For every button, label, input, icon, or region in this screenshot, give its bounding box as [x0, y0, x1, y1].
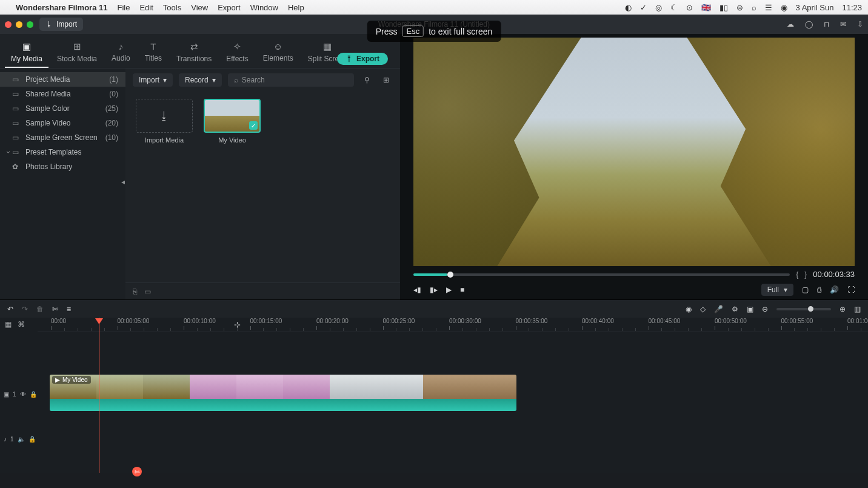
timeline-mode-icon[interactable]: ▦ — [5, 320, 12, 329]
timeline-clip[interactable]: ▶My Video — [50, 375, 516, 411]
split-icon[interactable]: ✄ — [52, 305, 58, 313]
esc-post: to exit full screen — [429, 27, 492, 36]
progress-bar[interactable] — [413, 273, 790, 276]
account-icon[interactable]: ◯ — [805, 20, 813, 28]
mark-in-icon[interactable]: { — [796, 270, 798, 279]
voiceover-icon[interactable]: 🎤 — [714, 305, 723, 313]
filter-icon[interactable]: ⚲ — [360, 73, 373, 87]
record-dropdown[interactable]: Record▾ — [179, 73, 222, 87]
tab-effects[interactable]: ✧Effects — [220, 39, 254, 68]
visibility-icon[interactable]: 👁 — [20, 391, 26, 398]
import-dropdown[interactable]: Import▾ — [133, 73, 173, 87]
monitor-icon[interactable]: ▢ — [802, 286, 809, 294]
zoom-out-icon[interactable]: ⊖ — [762, 305, 768, 313]
adjust-icon[interactable]: ≡ — [67, 305, 71, 313]
marker-icon[interactable]: ◇ — [700, 305, 706, 313]
menu-view[interactable]: View — [191, 3, 208, 12]
menu-tools[interactable]: Tools — [163, 3, 181, 12]
tab-transitions[interactable]: ⇄Transitions — [170, 39, 218, 68]
macos-menubar: Wondershare Filmora 11 File Edit Tools V… — [0, 0, 868, 15]
folder-photos-library[interactable]: ✿Photos Library — [0, 159, 125, 174]
next-frame-icon[interactable]: ▮▸ — [430, 286, 438, 294]
status-icon[interactable]: ✓ — [640, 3, 647, 12]
status-icon[interactable]: ◎ — [655, 3, 662, 12]
cloud-icon[interactable]: ☁ — [787, 20, 794, 28]
import-button[interactable]: ⭳ Import — [39, 18, 83, 31]
battery-icon[interactable]: ▮▯ — [719, 3, 728, 12]
status-icon[interactable]: ◐ — [625, 3, 632, 12]
folder-preset-templates[interactable]: ▭Preset Templates — [0, 145, 125, 159]
tab-titles[interactable]: TTitles — [139, 39, 168, 68]
audio-track-icon[interactable]: ♪ — [4, 436, 7, 443]
playhead[interactable] — [99, 318, 99, 473]
folder-icon: ▭ — [12, 133, 21, 142]
menu-export[interactable]: Export — [218, 3, 241, 12]
flag-icon[interactable]: 🇬🇧 — [701, 3, 711, 12]
crop-icon[interactable]: ▣ — [747, 305, 753, 313]
menu-help[interactable]: Help — [288, 3, 304, 12]
scissors-icon[interactable]: ✄ — [132, 467, 142, 476]
user-icon[interactable]: ⇩ — [857, 20, 863, 28]
media-clip-card[interactable]: ✓ My Video — [203, 99, 261, 144]
mail-icon[interactable]: ✉ — [840, 20, 846, 28]
menu-file[interactable]: File — [117, 3, 130, 12]
import-media-card[interactable]: ⭳ Import Media — [135, 99, 193, 144]
display-mode-dropdown[interactable]: Full▾ — [761, 284, 793, 296]
chevron-down-icon: ▾ — [784, 286, 787, 294]
tab-audio[interactable]: ♪Audio — [105, 39, 136, 68]
delete-icon[interactable]: 🗑 — [36, 305, 44, 313]
search-input[interactable]: ⌕Search — [228, 73, 354, 87]
play-icon[interactable]: ▶ — [446, 286, 452, 294]
folder-label: Sample Green Screen — [25, 133, 98, 142]
snapshot-icon[interactable]: ⎙ — [817, 286, 821, 294]
stop-icon[interactable]: ■ — [460, 286, 464, 294]
timeline-ruler[interactable]: 00:0000:00:05:0000:00:10:0000:00:15:0000… — [38, 318, 868, 332]
tab-stock-media[interactable]: ⊞Stock Media — [51, 39, 103, 68]
tab-elements[interactable]: ☺Elements — [257, 39, 299, 68]
headphones-icon[interactable]: ⊓ — [824, 20, 829, 28]
folder-link-icon[interactable]: ⎘ — [133, 287, 137, 296]
app-name[interactable]: Wondershare Filmora 11 — [16, 3, 107, 12]
fullscreen-icon[interactable]: ⛶ — [847, 286, 855, 294]
render-icon[interactable]: ◉ — [686, 305, 692, 313]
mute-icon[interactable]: 🔈 — [18, 436, 25, 443]
wifi-icon[interactable]: ⊜ — [736, 3, 743, 12]
collapse-tree-icon[interactable]: ◂ — [121, 178, 125, 186]
mark-out-icon[interactable]: } — [804, 270, 807, 279]
lock-icon[interactable]: 🔒 — [28, 436, 36, 443]
folder-sample-color[interactable]: ▭Sample Color(25) — [0, 101, 125, 116]
close-icon[interactable] — [5, 21, 12, 28]
grid-view-icon[interactable]: ⊞ — [379, 73, 393, 87]
folder-sample-video[interactable]: ▭Sample Video(20) — [0, 116, 125, 130]
volume-icon[interactable]: 🔊 — [830, 286, 839, 294]
export-button[interactable]: ⭱ Export — [337, 53, 388, 65]
mixer-icon[interactable]: ⚙ — [732, 305, 738, 313]
siri-icon[interactable]: ◉ — [781, 3, 787, 12]
minimize-icon[interactable] — [16, 21, 22, 28]
menu-edit[interactable]: Edit — [139, 3, 153, 12]
folder-shared-media[interactable]: ▭Shared Media(0) — [0, 87, 125, 101]
control-center-icon[interactable]: ☰ — [765, 3, 772, 12]
zoom-in-icon[interactable]: ⊕ — [840, 305, 846, 313]
maximize-icon[interactable] — [27, 21, 33, 28]
preview-canvas[interactable] — [413, 38, 855, 266]
moon-icon[interactable]: ☾ — [670, 3, 678, 12]
tab-my-media[interactable]: ▣My Media — [5, 39, 48, 68]
magnet-icon[interactable]: ⌘ — [18, 320, 25, 329]
undo-icon[interactable]: ↶ — [7, 305, 13, 313]
video-track-icon[interactable]: ▣ — [4, 391, 9, 398]
ruler-tick: 00:00:10:00 — [184, 318, 216, 324]
zoom-slider[interactable] — [776, 308, 831, 310]
prev-frame-icon[interactable]: ◂▮ — [413, 286, 421, 294]
menubar-time[interactable]: 11:23 — [842, 3, 862, 12]
zoom-fit-icon[interactable]: ▥ — [854, 305, 861, 313]
folder-sample-green-screen[interactable]: ▭Sample Green Screen(10) — [0, 130, 125, 145]
search-icon[interactable]: ⌕ — [752, 3, 756, 12]
play-icon[interactable]: ⊙ — [686, 3, 693, 12]
folder-icon[interactable]: ▭ — [144, 287, 151, 296]
menubar-date[interactable]: 3 April Sun — [796, 3, 834, 12]
lock-icon[interactable]: 🔒 — [30, 391, 37, 398]
folder-project-media[interactable]: ▭Project Media(1) — [0, 72, 125, 87]
menu-window[interactable]: Window — [250, 3, 278, 12]
redo-icon[interactable]: ↷ — [22, 305, 28, 313]
